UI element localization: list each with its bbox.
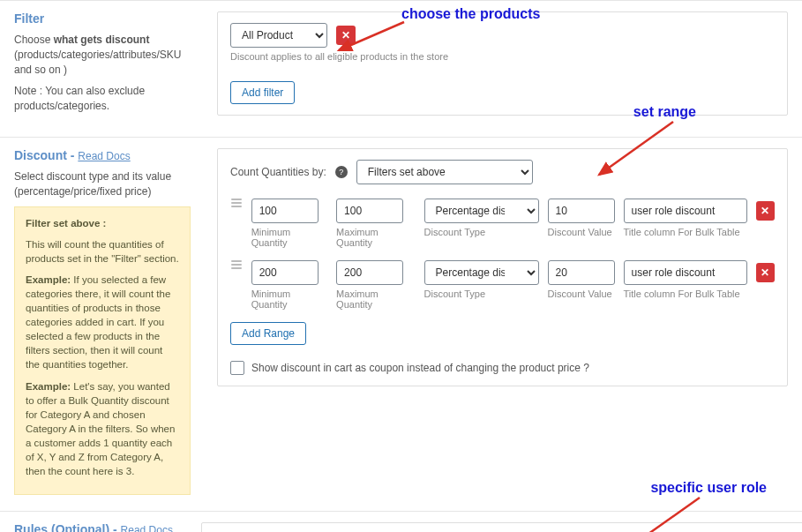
count-quantities-select[interactable]: Filters set above (356, 160, 533, 184)
min-qty-label: Minimum Quantity (251, 227, 327, 248)
delete-range-button[interactable]: ✕ (756, 263, 775, 282)
filter-section: Filter Choose what gets discount (produc… (0, 0, 802, 137)
title-column-input[interactable] (624, 260, 747, 285)
rules-title: Rules (Optional) - Read Docs (14, 522, 175, 532)
min-qty-input[interactable] (251, 260, 319, 285)
rules-panel: Conditions Relationship Match All Match … (201, 522, 802, 532)
info-icon: ? (335, 166, 348, 178)
rules-body: Conditions Relationship Match All Match … (187, 522, 802, 532)
range-row: Minimum QuantityMaximum QuantityPercenta… (230, 260, 775, 310)
rules-sidebar: Rules (Optional) - Read Docs Include add… (0, 522, 187, 532)
min-qty-input[interactable] (251, 199, 319, 223)
filter-body: All Products ✕ Discount applies to all e… (203, 11, 802, 121)
filter-sidebar: Filter Choose what gets discount (produc… (0, 11, 203, 121)
rules-docs-link[interactable]: Read Docs (121, 524, 173, 532)
drag-handle[interactable] (230, 199, 243, 207)
discount-value-input[interactable] (548, 199, 615, 223)
discount-body: Count Quantities by: ? Filters set above… (203, 148, 802, 495)
max-qty-input[interactable] (336, 199, 403, 223)
range-row: Minimum QuantityMaximum QuantityPercenta… (230, 199, 775, 248)
discount-sidebar: Discount - Read Docs Select discount typ… (0, 148, 203, 495)
rules-section: Rules (Optional) - Read Docs Include add… (0, 511, 802, 532)
delete-filter-button[interactable]: ✕ (336, 26, 356, 45)
add-filter-button[interactable]: Add filter (230, 81, 295, 104)
discount-type-select[interactable]: Percentage discount (424, 260, 539, 285)
discount-type-select[interactable]: Percentage discount (424, 199, 539, 223)
coupon-checkbox[interactable] (230, 361, 244, 375)
coupon-checkbox-label: Show discount in cart as coupon instead … (251, 362, 589, 374)
discount-title: Discount - Read Docs (14, 148, 191, 162)
drag-handle[interactable] (230, 260, 243, 269)
discount-value-input[interactable] (548, 260, 615, 285)
add-range-button[interactable]: Add Range (230, 322, 306, 345)
filter-desc: Choose what gets discount (products/cate… (14, 33, 191, 77)
filter-help: Discount applies to all eligible product… (230, 51, 775, 62)
count-label: Count Quantities by: (230, 166, 326, 178)
max-qty-input[interactable] (336, 260, 403, 285)
delete-range-button[interactable]: ✕ (756, 201, 775, 221)
filter-panel: All Products ✕ Discount applies to all e… (217, 11, 788, 116)
discount-section: Discount - Read Docs Select discount typ… (0, 137, 802, 511)
title-column-input[interactable] (624, 199, 747, 223)
filter-title: Filter (14, 11, 191, 26)
discount-docs-link[interactable]: Read Docs (78, 150, 130, 162)
filter-product-select[interactable]: All Products (230, 23, 327, 48)
discount-note-box: Filter set above : This will count the q… (14, 206, 191, 496)
filter-note: Note : You can also exclude products/cat… (14, 84, 191, 114)
discount-sub: Select discount type and its value (perc… (14, 169, 191, 199)
discount-panel: Count Quantities by: ? Filters set above… (217, 148, 788, 386)
